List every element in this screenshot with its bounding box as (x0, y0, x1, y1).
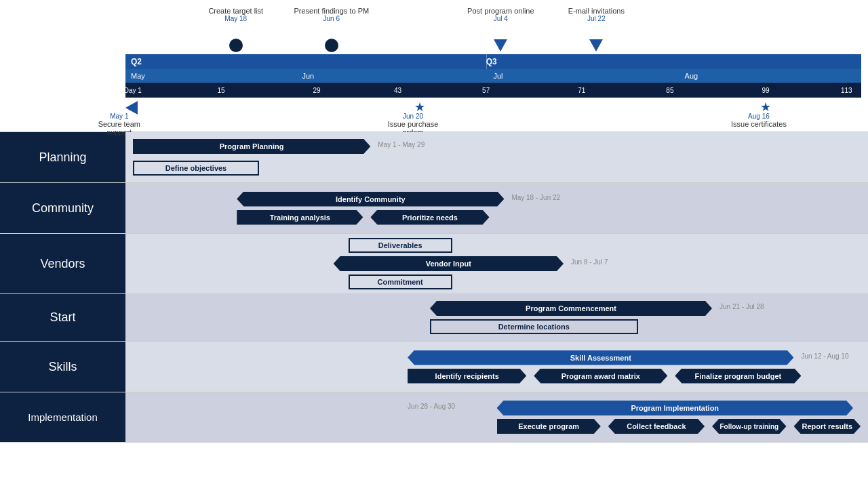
milestone-email-invitations: E-mail invitations Jul 22 (568, 7, 625, 22)
bar-wrapper-determine-locations: Determine locations (125, 319, 868, 334)
day-99: 99 (762, 87, 769, 94)
row-label-planning: Planning (0, 132, 125, 182)
row-label-community: Community (0, 183, 125, 233)
day-15: 15 (217, 87, 224, 94)
bar-program-commencement: Program Commencement (430, 301, 712, 316)
marker-icons-row (125, 37, 861, 54)
bar-collect-feedback: Collect feedback (608, 419, 705, 434)
month-aug: Aug (685, 72, 698, 80)
bar-skill-assessment: Skill Assessment (408, 350, 793, 365)
marker-circle-1 (229, 39, 243, 52)
month-jul: Jul (494, 72, 503, 80)
bar-wrapper-define-objectives: Define objectives (125, 161, 868, 176)
bar-wrapper-identify-community: Identify Community May 18 - Jun 22 (125, 192, 868, 207)
timeline-section: Create target list May 18 Present findin… (125, 0, 861, 131)
month-bar: May Jun Jul Aug (125, 69, 861, 83)
bar-report-results: Report results (794, 419, 861, 434)
milestone-post-program: Post program online Jul 4 (467, 7, 534, 22)
bar-wrapper-training: Training analysis Prioritize needs (125, 210, 868, 225)
row-content-skills: Skill Assessment Jun 12 - Aug 10 Identif… (125, 342, 868, 392)
row-label-vendors: Vendors (0, 234, 125, 293)
bar-skill-assessment-date: Jun 12 - Aug 10 (801, 352, 848, 360)
row-label-start: Start (0, 294, 125, 341)
event-markers-bottom: May 1 Secure team support ★ Jun 20 Issue… (125, 98, 861, 128)
row-content-implementation: Jun 28 - Aug 30 Program Implementation E… (125, 392, 868, 442)
day-113: 113 (841, 87, 852, 94)
day-71: 71 (578, 87, 585, 94)
quarter-divider (486, 54, 487, 69)
milestone-create-target: Create target list May 18 (208, 7, 263, 22)
bar-wrapper-impl-sub: Execute program Collect feedback Follow-… (125, 419, 868, 434)
bar-wrapper-deliverables: Deliverables (125, 238, 868, 253)
row-community: Community Identify Community May 18 - Ju… (0, 182, 868, 233)
day-85: 85 (666, 87, 673, 94)
row-planning: Planning Program Planning May 1 - May 29… (0, 131, 868, 182)
milestone-present-findings: Present findings to PM Jun 6 (294, 7, 369, 22)
bar-wrapper-skills-sub: Identify recipients Program award matrix… (125, 369, 868, 384)
bar-program-planning: Program Planning (133, 139, 370, 154)
bar-identify-community-date: May 18 - Jun 22 (511, 194, 560, 201)
marker-circle-2 (325, 39, 338, 52)
main-container: Create target list May 18 Present findin… (0, 0, 868, 488)
bar-determine-locations: Determine locations (430, 319, 638, 334)
row-content-planning: Program Planning May 1 - May 29 Define o… (125, 132, 868, 182)
bar-define-objectives: Define objectives (133, 161, 259, 176)
bar-program-implementation: Program Implementation (497, 401, 854, 415)
month-jun: Jun (302, 72, 314, 80)
quarter-bar: Q2 Q3 (125, 54, 861, 69)
bar-vendor-input-date: Jun 8 - Jul 7 (571, 258, 608, 266)
row-content-community: Identify Community May 18 - Jun 22 Train… (125, 183, 868, 233)
bar-wrapper-skill-assessment: Skill Assessment Jun 12 - Aug 10 (125, 350, 868, 365)
row-label-implementation: Implementation (0, 392, 125, 442)
bar-program-award-matrix: Program award matrix (534, 369, 667, 384)
row-content-start: Program Commencement Jun 21 - Jul 28 Det… (125, 294, 868, 341)
q3-label: Q3 (486, 57, 497, 66)
bar-wrapper-program-commencement: Program Commencement Jun 21 - Jul 28 (125, 301, 868, 316)
row-label-skills: Skills (0, 342, 125, 392)
bar-wrapper-program-planning: Program Planning May 1 - May 29 (125, 139, 868, 154)
bar-commencement-date: Jun 21 - Jul 28 (719, 303, 764, 310)
marker-triangle-2 (589, 39, 603, 52)
bar-finalize-program-budget: Finalize program budget (675, 369, 801, 384)
day-43: 43 (394, 87, 401, 94)
bar-wrapper-vendor-input: Vendor Input Jun 8 - Jul 7 (125, 256, 868, 271)
bar-deliverables: Deliverables (349, 238, 452, 253)
bar-execute-program: Execute program (497, 419, 601, 434)
row-vendors: Vendors Deliverables Vendor Input Jun 8 … (0, 233, 868, 293)
row-start: Start Program Commencement Jun 21 - Jul … (0, 293, 868, 341)
event-label-aug16: Aug 16 Issue certificates (725, 113, 793, 128)
bar-commitment: Commitment (349, 274, 452, 289)
month-may: May (131, 72, 145, 80)
row-content-vendors: Deliverables Vendor Input Jun 8 - Jul 7 … (125, 234, 868, 293)
rows-container: Planning Program Planning May 1 - May 29… (0, 131, 868, 488)
row-implementation: Implementation Jun 28 - Aug 30 Program I… (0, 392, 868, 443)
bar-vendor-input: Vendor Input (334, 256, 564, 271)
bar-program-planning-date: May 1 - May 29 (378, 141, 425, 148)
day-bar: Day 1 15 29 43 57 71 85 99 113 (125, 83, 861, 98)
bar-followup-training: Follow-up training (712, 419, 787, 434)
bar-prioritize-needs: Prioritize needs (370, 210, 489, 225)
row-skills: Skills Skill Assessment Jun 12 - Aug 10 … (0, 341, 868, 392)
bar-implementation-date: Jun 28 - Aug 30 (408, 403, 455, 410)
milestone-labels-top: Create target list May 18 Present findin… (125, 7, 861, 37)
marker-triangle-1 (494, 39, 507, 52)
bar-training-analysis: Training analysis (237, 210, 363, 225)
bar-identify-community: Identify Community (237, 192, 504, 207)
day-57: 57 (482, 87, 490, 94)
day-1: Day 1 (124, 87, 142, 94)
bar-wrapper-commitment: Commitment (125, 274, 868, 289)
day-29: 29 (313, 87, 321, 94)
bar-wrapper-program-implementation: Jun 28 - Aug 30 Program Implementation (125, 401, 868, 415)
q2-label: Q2 (131, 57, 142, 66)
bar-identify-recipients: Identify recipients (408, 369, 526, 384)
